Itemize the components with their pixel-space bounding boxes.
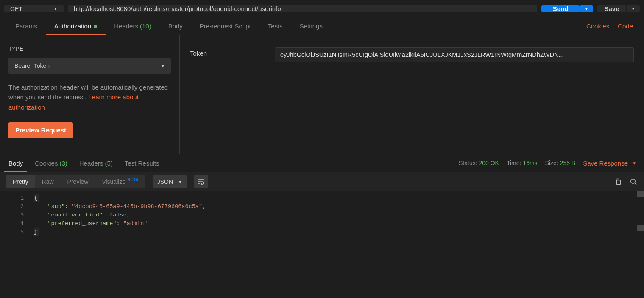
tab-prerequest[interactable]: Pre-request Script (191, 17, 259, 35)
tab-headers[interactable]: Headers (10) (106, 17, 159, 35)
url-input[interactable] (68, 5, 537, 12)
tab-tests[interactable]: Tests (259, 17, 291, 35)
search-button[interactable] (629, 177, 638, 186)
resp-tab-test-results[interactable]: Test Results (119, 154, 165, 172)
view-preview[interactable]: Preview (61, 175, 95, 188)
copy-button[interactable] (613, 177, 623, 186)
http-method-value: GET (10, 6, 22, 12)
svg-point-1 (631, 179, 635, 183)
svg-line-2 (635, 183, 636, 185)
tab-params[interactable]: Params (7, 17, 46, 35)
scrollbar-thumb[interactable] (637, 191, 644, 197)
view-visualize[interactable]: VisualizeBETA (95, 175, 145, 188)
size-value: 255 B (560, 160, 576, 166)
time-value: 16ms (523, 160, 537, 166)
copy-icon (615, 178, 622, 185)
response-toolbar: Pretty Raw Preview VisualizeBETA JSON ▼ (0, 172, 644, 191)
auth-type-select[interactable]: Bearer Token ▼ (8, 58, 171, 74)
code-link[interactable]: Code (613, 22, 637, 30)
send-button-group: Send ▼ (541, 5, 593, 12)
chevron-down-icon: ▼ (178, 180, 182, 184)
cookies-link[interactable]: Cookies (582, 22, 613, 30)
chevron-down-icon: ▼ (632, 161, 636, 166)
token-input[interactable]: eyJhbGciOiJSUzI1NiIsInR5cCIgOiAiSldUIiwi… (275, 47, 634, 62)
response-tabs: Body Cookies (3) Headers (5) Test Result… (0, 154, 644, 172)
resp-tab-body[interactable]: Body (3, 154, 29, 172)
http-method-select[interactable]: GET ▼ (4, 5, 64, 12)
status-value: 200 OK (479, 160, 499, 166)
request-bar: GET ▼ Send ▼ Save ▼ (0, 0, 644, 17)
wrap-icon (198, 179, 204, 185)
response-meta: Status: 200 OK Time: 16ms Size: 255 B Sa… (459, 160, 641, 167)
chevron-down-icon: ▼ (631, 6, 636, 11)
auth-config-sidebar: TYPE Bearer Token ▼ The authorization he… (0, 35, 180, 154)
preview-request-button[interactable]: Preview Request (8, 122, 73, 138)
view-mode-tabs: Pretty Raw Preview VisualizeBETA (6, 175, 145, 188)
code-content: { "sub": "4ccbc946-65a9-445b-9b98-677960… (30, 191, 644, 298)
wrap-lines-button[interactable] (194, 175, 208, 188)
chevron-down-icon: ▼ (161, 64, 165, 68)
headers-count: (10) (140, 22, 151, 30)
send-button[interactable]: Send (541, 5, 580, 12)
response-body-viewer[interactable]: 1 2 3 4 5 { "sub": "4ccbc946-65a9-445b-9… (0, 191, 644, 298)
save-dropdown-button[interactable]: ▼ (626, 5, 640, 12)
auth-token-panel: Token eyJhbGciOiJSUzI1NiIsInR5cCIgOiAiSl… (180, 35, 644, 154)
view-raw[interactable]: Raw (35, 175, 61, 188)
send-dropdown-button[interactable]: ▼ (580, 5, 593, 12)
token-label: Token (190, 47, 215, 57)
tab-settings[interactable]: Settings (291, 17, 331, 35)
auth-description: The authorization header will be automat… (8, 82, 171, 112)
format-select[interactable]: JSON ▼ (153, 175, 187, 188)
auth-type-label: TYPE (8, 45, 171, 52)
resp-tab-headers[interactable]: Headers (5) (73, 154, 119, 172)
resp-tab-cookies[interactable]: Cookies (3) (29, 154, 73, 172)
token-row: Token eyJhbGciOiJSUzI1NiIsInR5cCIgOiAiSl… (190, 47, 634, 142)
chevron-down-icon: ▼ (585, 6, 589, 11)
tab-authorization[interactable]: Authorization (46, 17, 106, 35)
tab-body[interactable]: Body (160, 17, 191, 35)
auth-type-value: Bearer Token (14, 62, 50, 69)
chevron-down-icon: ▼ (53, 6, 58, 11)
cookies-count: (3) (59, 160, 67, 167)
status-dot-icon (94, 25, 97, 28)
save-response-button[interactable]: Save Response ▼ (583, 160, 636, 167)
svg-rect-0 (617, 180, 621, 185)
authorization-panel: TYPE Bearer Token ▼ The authorization he… (0, 35, 644, 154)
line-gutter: 1 2 3 4 5 (0, 191, 30, 298)
search-icon (630, 178, 637, 186)
request-tabs: Params Authorization Headers (10) Body P… (0, 17, 644, 35)
scrollbar-thumb[interactable] (637, 225, 644, 231)
view-pretty[interactable]: Pretty (6, 175, 35, 188)
resp-headers-count: (5) (105, 160, 112, 167)
save-button-group: Save ▼ (597, 5, 640, 12)
beta-badge: BETA (127, 177, 138, 182)
save-button[interactable]: Save (597, 5, 626, 12)
